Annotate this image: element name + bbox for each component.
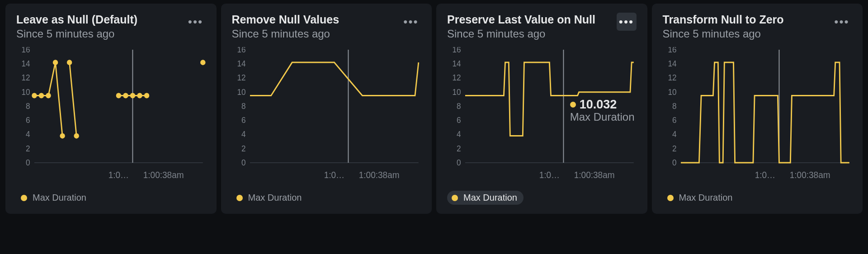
panel-header: Transform Null to Zero Since 5 minutes a… [663, 13, 852, 41]
legend-row: Max Duration [16, 191, 206, 205]
legend-item-max-duration[interactable]: Max Duration [447, 191, 524, 205]
panels-row: Leave as Null (Default) Since 5 minutes … [5, 4, 863, 214]
panel-transform-zero: Transform Null to Zero Since 5 minutes a… [652, 4, 863, 214]
panel-subtitle: Since 5 minutes ago [663, 27, 784, 41]
svg-text:1:0…: 1:0… [539, 170, 560, 180]
panel-title: Transform Null to Zero [663, 13, 784, 27]
svg-point-11 [32, 93, 37, 99]
panel-leave-null: Leave as Null (Default) Since 5 minutes … [5, 4, 217, 214]
legend-swatch-icon [236, 195, 243, 201]
svg-text:4: 4 [672, 130, 676, 139]
legend-item-max-duration[interactable]: Max Duration [663, 191, 739, 205]
legend-label: Max Duration [679, 193, 733, 203]
svg-text:16: 16 [452, 47, 461, 54]
panel-more-button[interactable]: ••• [617, 13, 637, 31]
svg-text:6: 6 [457, 116, 461, 125]
svg-text:6: 6 [672, 116, 676, 125]
panel-title: Preserve Last Value on Null [447, 13, 595, 27]
panel-more-button[interactable]: ••• [832, 13, 852, 31]
svg-point-17 [74, 133, 79, 139]
legend-swatch-icon [21, 195, 27, 201]
chart-area[interactable]: 0246810121416 1:0… 1:00:38am [232, 47, 421, 183]
svg-text:14: 14 [21, 59, 30, 68]
svg-point-16 [67, 60, 72, 66]
svg-text:0: 0 [672, 158, 676, 167]
svg-point-15 [60, 133, 65, 139]
svg-point-20 [130, 93, 135, 99]
panel-title-block: Remove Null Values Since 5 minutes ago [232, 13, 340, 41]
svg-point-22 [144, 93, 149, 99]
svg-text:16: 16 [237, 47, 245, 54]
panel-subtitle: Since 5 minutes ago [232, 27, 340, 41]
svg-text:4: 4 [457, 130, 461, 139]
svg-text:14: 14 [237, 59, 245, 68]
panel-more-button[interactable]: ••• [401, 13, 421, 31]
svg-text:10: 10 [668, 88, 676, 97]
legend-swatch-icon [452, 195, 458, 201]
ellipsis-icon: ••• [834, 15, 849, 29]
svg-text:1:0…: 1:0… [108, 170, 129, 180]
legend-label: Max Duration [248, 193, 302, 203]
svg-text:1:00:38am: 1:00:38am [789, 170, 830, 180]
svg-text:12: 12 [237, 74, 245, 83]
svg-text:2: 2 [241, 144, 245, 153]
legend-item-max-duration[interactable]: Max Duration [16, 191, 93, 205]
svg-point-12 [39, 93, 44, 99]
svg-text:12: 12 [668, 74, 676, 83]
svg-text:0: 0 [457, 158, 461, 167]
ellipsis-icon: ••• [188, 15, 203, 29]
panel-header: Leave as Null (Default) Since 5 minutes … [16, 13, 206, 41]
svg-text:12: 12 [452, 74, 461, 83]
chart-svg: 0246810121416 1:0… 1:00:38am [16, 47, 206, 183]
svg-text:10: 10 [237, 88, 245, 97]
panel-subtitle: Since 5 minutes ago [447, 27, 595, 41]
svg-text:12: 12 [21, 74, 30, 83]
svg-text:2: 2 [457, 144, 461, 153]
chart-area[interactable]: 0246810121416 1:0… 1:00:38am 10.032 Max … [447, 47, 637, 183]
legend-swatch-icon [667, 195, 674, 201]
chart-svg: 0246810121416 1:0… 1:00:38am [447, 47, 637, 183]
svg-text:8: 8 [672, 102, 676, 111]
panel-title-block: Leave as Null (Default) Since 5 minutes … [16, 13, 137, 41]
svg-text:16: 16 [668, 47, 676, 54]
legend-item-max-duration[interactable]: Max Duration [232, 191, 308, 205]
panel-title-block: Preserve Last Value on Null Since 5 minu… [447, 13, 595, 41]
panel-preserve-last: Preserve Last Value on Null Since 5 minu… [436, 4, 647, 214]
svg-text:16: 16 [21, 47, 30, 54]
svg-point-18 [116, 93, 121, 99]
svg-text:10: 10 [21, 88, 30, 97]
svg-text:14: 14 [668, 59, 676, 68]
svg-text:0: 0 [26, 158, 30, 167]
legend-row: Max Duration [447, 191, 637, 205]
svg-text:4: 4 [26, 130, 30, 139]
svg-text:1:00:38am: 1:00:38am [574, 170, 615, 180]
panel-header: Preserve Last Value on Null Since 5 minu… [447, 13, 637, 41]
svg-point-21 [137, 93, 142, 99]
svg-text:0: 0 [241, 158, 245, 167]
legend-label: Max Duration [33, 193, 86, 203]
svg-point-23 [200, 60, 205, 66]
svg-point-14 [53, 60, 58, 66]
chart-area[interactable]: 0246810121416 1:0… 1:00:38am [663, 47, 852, 183]
svg-text:10: 10 [452, 88, 461, 97]
panel-subtitle: Since 5 minutes ago [16, 27, 137, 41]
panel-header: Remove Null Values Since 5 minutes ago •… [232, 13, 421, 41]
svg-text:6: 6 [26, 116, 30, 125]
chart-svg: 0246810121416 1:0… 1:00:38am [232, 47, 421, 183]
chart-area[interactable]: 0246810121416 1:0… 1:00:38am [16, 47, 206, 183]
panel-remove-null: Remove Null Values Since 5 minutes ago •… [221, 4, 432, 214]
ellipsis-icon: ••• [619, 15, 634, 29]
svg-text:14: 14 [452, 59, 461, 68]
panel-title: Remove Null Values [232, 13, 340, 27]
svg-text:1:0…: 1:0… [755, 170, 775, 180]
panel-more-button[interactable]: ••• [186, 13, 206, 31]
legend-row: Max Duration [663, 191, 852, 205]
chart-svg: 0246810121416 1:0… 1:00:38am [663, 47, 852, 183]
svg-text:1:00:38am: 1:00:38am [143, 170, 184, 180]
panel-title: Leave as Null (Default) [16, 13, 137, 27]
svg-text:8: 8 [26, 102, 30, 111]
svg-text:1:0…: 1:0… [324, 170, 344, 180]
svg-text:2: 2 [672, 144, 676, 153]
svg-text:1:00:38am: 1:00:38am [359, 170, 399, 180]
svg-point-19 [123, 93, 128, 99]
